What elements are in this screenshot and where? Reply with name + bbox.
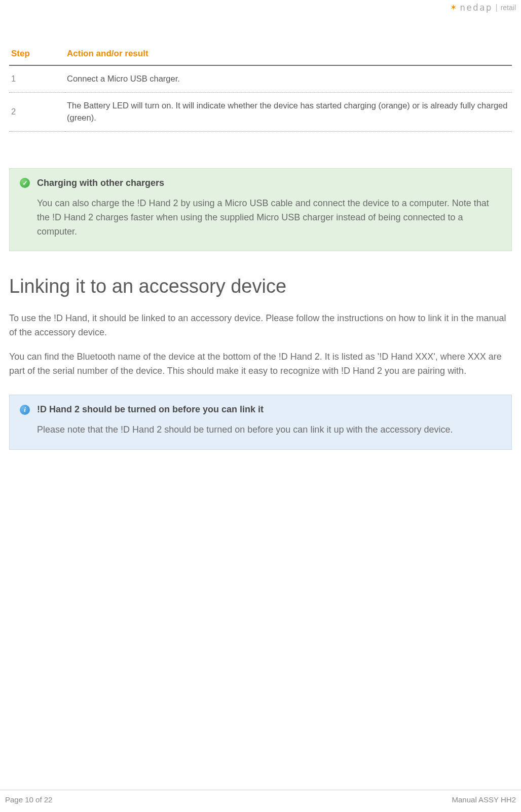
steps-table: Step Action and/or result 1 Connect a Mi… xyxy=(9,44,512,132)
info-icon: i xyxy=(20,405,30,415)
tip-body: You can also charge the !D Hand 2 by usi… xyxy=(20,197,501,239)
logo-brand-text: nedap xyxy=(460,2,492,13)
table-header-step: Step xyxy=(9,44,65,65)
footer-document-title: Manual ASSY HH2 xyxy=(452,795,516,804)
step-number: 2 xyxy=(9,92,65,131)
body-paragraph: To use the !D Hand, it should be linked … xyxy=(9,312,512,340)
step-action: Connect a Micro USB charger. xyxy=(65,65,512,92)
brand-logo: ✶ nedap | retail xyxy=(450,2,516,13)
footer-page-number: Page 10 of 22 xyxy=(5,795,52,804)
section-heading: Linking it to an accessory device xyxy=(9,276,512,297)
table-row: 2 The Battery LED will turn on. It will … xyxy=(9,92,512,131)
logo-star-icon: ✶ xyxy=(450,4,457,12)
logo-suffix-text: retail xyxy=(501,4,516,12)
info-callout: i !D Hand 2 should be turned on before y… xyxy=(9,395,512,450)
logo-separator: | xyxy=(495,3,497,12)
tip-callout: ✓ Charging with other chargers You can a… xyxy=(9,168,512,252)
info-title: !D Hand 2 should be turned on before you… xyxy=(37,404,264,415)
table-row: 1 Connect a Micro USB charger. xyxy=(9,65,512,92)
tip-title: Charging with other chargers xyxy=(37,178,164,188)
step-number: 1 xyxy=(9,65,65,92)
table-header-action: Action and/or result xyxy=(65,44,512,65)
check-icon: ✓ xyxy=(20,178,30,188)
info-body: Please note that the !D Hand 2 should be… xyxy=(20,423,501,437)
body-paragraph: You can find the Bluetooth name of the d… xyxy=(9,350,512,378)
step-action: The Battery LED will turn on. It will in… xyxy=(65,92,512,131)
page-footer: Page 10 of 22 Manual ASSY HH2 xyxy=(0,790,521,804)
